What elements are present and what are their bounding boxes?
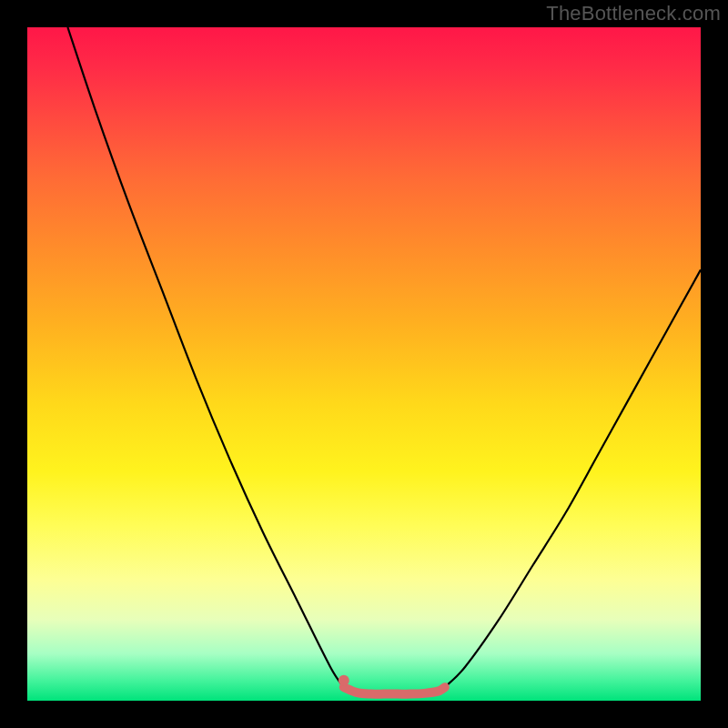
chart-frame: TheBottleneck.com [0,0,728,728]
curve-group [67,27,701,687]
watermark-label: TheBottleneck.com [546,2,721,25]
bottleneck-curve [445,269,701,687]
marker-group [339,675,445,694]
bottleneck-curve [67,27,343,687]
chart-lines-svg [27,27,701,701]
marker-dot [339,675,349,686]
optimal-range-marker [344,687,445,694]
plot-area [27,27,701,701]
